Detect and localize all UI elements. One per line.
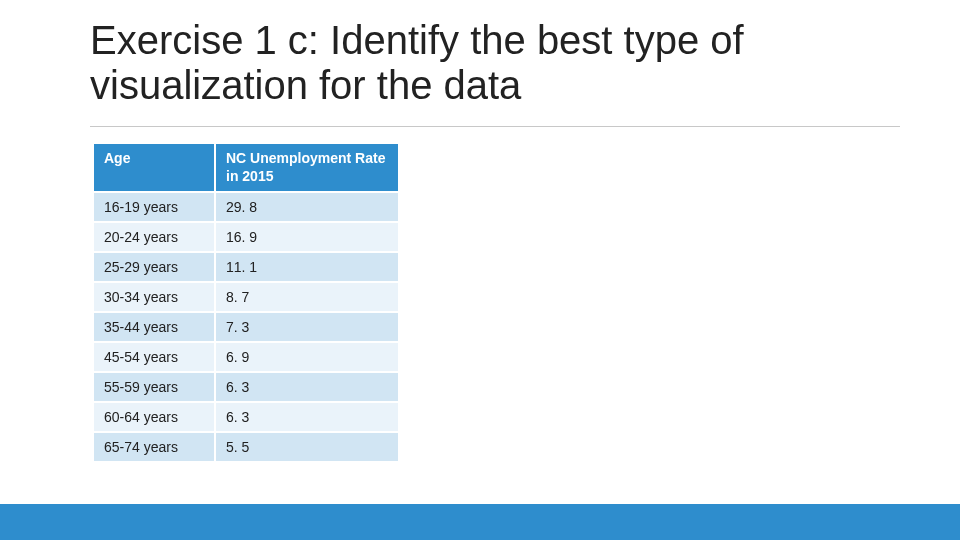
- footer-bar: [0, 504, 960, 540]
- cell-age: 16-19 years: [93, 192, 215, 222]
- cell-age: 25-29 years: [93, 252, 215, 282]
- table-header-age: Age: [93, 143, 215, 192]
- table-row: 16-19 years 29. 8: [93, 192, 399, 222]
- slide-title: Exercise 1 c: Identify the best type of …: [90, 18, 900, 108]
- table-row: 25-29 years 11. 1: [93, 252, 399, 282]
- table-header-rate: NC Unemployment Rate in 2015: [215, 143, 399, 192]
- data-table: Age NC Unemployment Rate in 2015 16-19 y…: [92, 142, 400, 463]
- cell-rate: 6. 9: [215, 342, 399, 372]
- title-divider: [90, 126, 900, 127]
- table-row: 35-44 years 7. 3: [93, 312, 399, 342]
- table-row: 20-24 years 16. 9: [93, 222, 399, 252]
- cell-rate: 16. 9: [215, 222, 399, 252]
- cell-rate: 29. 8: [215, 192, 399, 222]
- cell-rate: 11. 1: [215, 252, 399, 282]
- cell-rate: 5. 5: [215, 432, 399, 462]
- cell-age: 65-74 years: [93, 432, 215, 462]
- cell-age: 60-64 years: [93, 402, 215, 432]
- data-table-wrap: Age NC Unemployment Rate in 2015 16-19 y…: [92, 142, 398, 463]
- slide: Exercise 1 c: Identify the best type of …: [0, 0, 960, 540]
- table-row: 55-59 years 6. 3: [93, 372, 399, 402]
- cell-age: 30-34 years: [93, 282, 215, 312]
- table-row: 65-74 years 5. 5: [93, 432, 399, 462]
- cell-age: 45-54 years: [93, 342, 215, 372]
- cell-rate: 6. 3: [215, 372, 399, 402]
- cell-age: 55-59 years: [93, 372, 215, 402]
- cell-age: 35-44 years: [93, 312, 215, 342]
- table-row: 60-64 years 6. 3: [93, 402, 399, 432]
- cell-age: 20-24 years: [93, 222, 215, 252]
- table-row: 45-54 years 6. 9: [93, 342, 399, 372]
- cell-rate: 7. 3: [215, 312, 399, 342]
- cell-rate: 8. 7: [215, 282, 399, 312]
- table-row: 30-34 years 8. 7: [93, 282, 399, 312]
- cell-rate: 6. 3: [215, 402, 399, 432]
- table-header-row: Age NC Unemployment Rate in 2015: [93, 143, 399, 192]
